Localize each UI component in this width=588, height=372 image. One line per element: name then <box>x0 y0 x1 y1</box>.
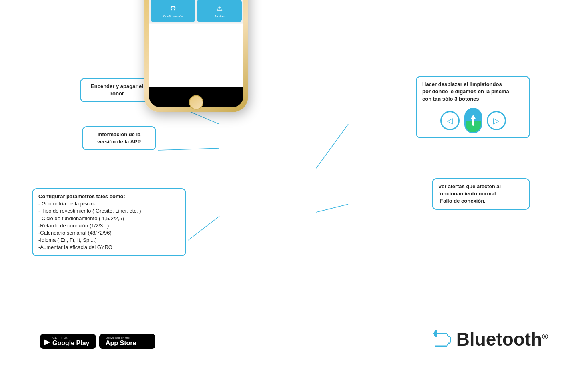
svg-marker-6 <box>471 115 476 119</box>
bluetooth-label: Bluetooth® <box>456 328 548 350</box>
remote-buttons-group: ◁ ▷ <box>422 108 524 133</box>
callout-info-text: Información de laversión de la APP <box>88 131 150 145</box>
remote-left-btn: ◁ <box>440 111 460 130</box>
app-store-badge[interactable]: Download on the App Store <box>99 334 155 349</box>
menu-alerts-label: Alertas <box>215 14 225 18</box>
callout-remote: Hacer desplazar el limpiafondospor donde… <box>416 76 530 138</box>
callout-alerts-text: Ver alertas que afecten al funcionamient… <box>438 183 524 205</box>
google-play-top-text: GET IT ON <box>52 336 89 340</box>
app-store-bottom-text: App Store <box>106 340 136 347</box>
remote-up-btn <box>464 108 482 133</box>
menu-alerts[interactable]: ⚠ Alertas <box>197 0 242 22</box>
callout-config: Configurar parámetros tales como: - Geom… <box>32 188 186 256</box>
google-play-badge[interactable]: ▶ GET IT ON Google Play <box>40 334 96 349</box>
bluetooth-section: ⮌ Bluetooth® <box>430 326 548 352</box>
menu-config-label: Configuración <box>163 14 183 18</box>
callout-remote-text: Hacer desplazar el limpiafondospor donde… <box>422 81 524 103</box>
phone-mockup: 15:53 ▐▐▐ ≋ ▮ Inicio ASTRALPOOL 🔷 🏠 ℹ △ … <box>144 0 248 112</box>
app-store-badges: ▶ GET IT ON Google Play Download on the … <box>40 334 155 349</box>
callout-alerts: Ver alertas que afecten al funcionamient… <box>432 178 530 210</box>
callout-power-text: Encender y apagar el robot <box>86 83 148 97</box>
bluetooth-reg: ® <box>542 332 548 340</box>
menu-config[interactable]: ⚙ Configuración <box>151 0 195 22</box>
config-icon: ⚙ <box>170 4 176 13</box>
bluetooth-icon-large: ⮌ <box>430 326 452 352</box>
callout-config-text: Configurar parámetros tales como: - Geom… <box>38 193 180 251</box>
svg-line-2 <box>188 216 219 240</box>
alerts-icon: ⚠ <box>216 4 223 13</box>
phone-home-button[interactable] <box>189 95 203 110</box>
remote-right-btn: ▷ <box>487 111 506 130</box>
google-play-icon: ▶ <box>44 337 50 346</box>
app-menu-grid: ! Información ((·)) Mando a distancia ⚙ … <box>149 0 243 24</box>
svg-line-1 <box>158 148 219 150</box>
google-play-bottom-text: Google Play <box>52 340 89 347</box>
callout-power: Encender y apagar el robot <box>80 78 154 102</box>
app-store-top-text: Download on the <box>106 336 136 340</box>
app-screen: 15:53 ▐▐▐ ≋ ▮ Inicio ASTRALPOOL 🔷 🏠 ℹ △ … <box>149 0 243 87</box>
callout-info: Información de laversión de la APP <box>82 126 156 150</box>
phone-screen: 15:53 ▐▐▐ ≋ ▮ Inicio ASTRALPOOL 🔷 🏠 ℹ △ … <box>149 0 243 107</box>
svg-line-4 <box>316 204 348 212</box>
svg-line-3 <box>316 124 348 168</box>
